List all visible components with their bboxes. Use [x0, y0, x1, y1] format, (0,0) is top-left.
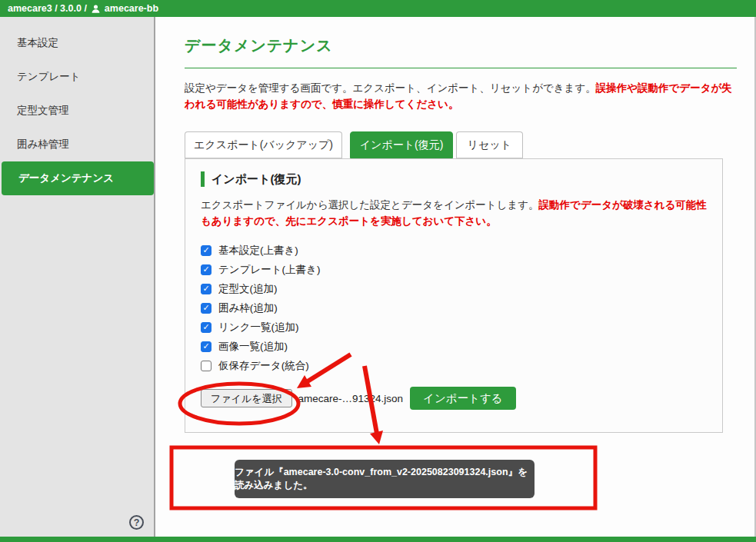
option-row-link-list: ✓ リンク一覧(追加) — [201, 318, 707, 337]
panel-description: エクスポートファイルから選択した設定とデータをインポートします。誤動作でデータが… — [201, 197, 708, 229]
check-icon: ✓ — [202, 323, 209, 331]
panel-header: インポート(復元) — [201, 171, 707, 187]
option-row-draft-data: ✓ 仮保存データ(統合) — [201, 356, 707, 375]
main-content: データメンテナンス 設定やデータを管理する画面です。エクスポート、インポート、リ… — [155, 17, 756, 537]
checkbox-label: 基本設定(上書き) — [218, 244, 298, 258]
checkbox-basic-settings[interactable]: ✓ — [201, 245, 211, 256]
check-icon: ✓ — [202, 246, 209, 254]
option-row-template: ✓ テンプレート(上書き) — [201, 260, 707, 279]
checkbox-label: 画像一覧(追加) — [218, 340, 288, 354]
import-button[interactable]: インポートする — [410, 387, 516, 410]
tab-bar: エクスポート(バックアップ) インポート(復元) リセット — [185, 131, 756, 158]
sidebar-item-fixed-phrase[interactable]: 定型文管理 — [0, 94, 154, 128]
checkbox-label: 定型文(追加) — [218, 282, 278, 296]
panel-title: インポート(復元) — [211, 172, 301, 187]
checkbox-label: テンプレート(上書き) — [218, 263, 320, 277]
toast-message: ファイル『amecare-3.0-conv_from_v2-2025082309… — [235, 460, 535, 498]
check-icon: ✓ — [202, 342, 209, 351]
app-window: amecare3 / 3.0.0 / amecare-bb 基本設定 テンプレー… — [0, 0, 756, 542]
checkbox-image-list[interactable]: ✓ — [201, 341, 211, 352]
import-panel: インポート(復元) エクスポートファイルから選択した設定とデータをインポートしま… — [185, 158, 723, 433]
option-row-basic-settings: ✓ 基本設定(上書き) — [201, 241, 707, 260]
check-icon: ✓ — [202, 304, 209, 312]
checkbox-draft-data[interactable]: ✓ — [201, 361, 211, 371]
checkbox-frame[interactable]: ✓ — [201, 303, 211, 314]
file-select-button[interactable]: ファイルを選択 — [201, 389, 292, 407]
checkbox-fixed-phrase[interactable]: ✓ — [201, 284, 211, 294]
checkbox-label: 囲み枠(追加) — [218, 301, 278, 315]
help-icon[interactable]: ? — [129, 515, 144, 530]
title-divider — [185, 68, 737, 68]
check-icon: ✓ — [202, 265, 209, 274]
option-row-image-list: ✓ 画像一覧(追加) — [201, 337, 707, 356]
topbar: amecare3 / 3.0.0 / amecare-bb — [0, 0, 756, 17]
bottom-bar — [0, 537, 756, 542]
sidebar: 基本設定 テンプレート 定型文管理 囲み枠管理 データメンテナンス ? — [0, 17, 155, 537]
tab-reset[interactable]: リセット — [456, 131, 523, 158]
import-options-list: ✓ 基本設定(上書き) ✓ テンプレート(上書き) ✓ 定型文(追加) ✓ 囲み… — [201, 241, 707, 375]
file-select-row: ファイルを選択 amecare-…91324.json インポートする — [201, 387, 707, 410]
checkbox-label: 仮保存データ(統合) — [218, 359, 309, 373]
check-icon: ✓ — [202, 284, 209, 293]
sidebar-item-basic-settings[interactable]: 基本設定 — [0, 26, 154, 60]
user-icon — [91, 4, 101, 14]
tab-export[interactable]: エクスポート(バックアップ) — [185, 131, 342, 158]
checkbox-template[interactable]: ✓ — [201, 264, 211, 275]
selected-file-name: amecare-…91324.json — [298, 393, 404, 404]
page-description: 設定やデータを管理する画面です。エクスポート、インポート、リセットができます。誤… — [185, 80, 740, 112]
checkbox-link-list[interactable]: ✓ — [201, 322, 211, 333]
app-version-label: amecare3 / 3.0.0 / — [8, 3, 87, 14]
description-text: 設定やデータを管理する画面です。エクスポート、インポート、リセットができます。 — [185, 82, 596, 94]
checkbox-label: リンク一覧(追加) — [218, 321, 298, 334]
username-label: amecare-bb — [105, 3, 158, 14]
sidebar-item-template[interactable]: テンプレート — [0, 60, 154, 94]
option-row-frame: ✓ 囲み枠(追加) — [201, 298, 707, 318]
panel-description-text: エクスポートファイルから選択した設定とデータをインポートします。 — [201, 199, 539, 211]
page-title: データメンテナンス — [185, 35, 756, 56]
accent-bar — [201, 171, 205, 187]
sidebar-item-frame[interactable]: 囲み枠管理 — [0, 128, 154, 161]
option-row-fixed-phrase: ✓ 定型文(追加) — [201, 279, 707, 298]
tab-import[interactable]: インポート(復元) — [350, 131, 453, 158]
sidebar-item-data-maintenance[interactable]: データメンテナンス — [2, 161, 154, 195]
